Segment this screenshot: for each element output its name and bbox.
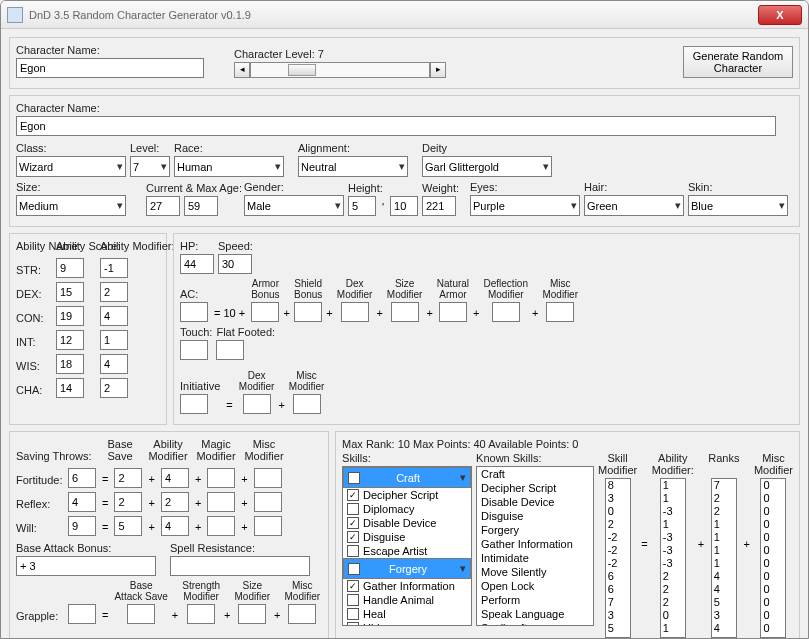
modcol-list[interactable]: 000000000000 (760, 478, 786, 638)
ac-col-input[interactable] (294, 302, 322, 322)
skill-item[interactable]: ✓Craft (343, 467, 471, 488)
grapple-col-input[interactable] (288, 604, 316, 624)
grapple-total[interactable] (68, 604, 96, 624)
save-base[interactable] (114, 468, 142, 488)
touch-input[interactable] (180, 340, 208, 360)
save-magic[interactable] (207, 492, 235, 512)
class-select[interactable]: Wizard (16, 156, 126, 177)
ability-score-input[interactable] (56, 282, 84, 302)
skill-item[interactable]: Escape Artist (343, 544, 471, 558)
known-item[interactable]: Disguise (477, 509, 593, 523)
checkbox-icon[interactable]: ✓ (347, 489, 359, 501)
ac-col-input[interactable] (251, 302, 279, 322)
known-item[interactable]: Disable Device (477, 495, 593, 509)
init-col-input[interactable] (293, 394, 321, 414)
modcol-list[interactable]: 8302-2-2-266735 (605, 478, 631, 638)
ability-score-input[interactable] (56, 354, 84, 374)
checkbox-icon[interactable]: ✓ (348, 472, 360, 484)
hair-select[interactable]: Green (584, 195, 684, 216)
ac-col-input[interactable] (546, 302, 574, 322)
sr-input[interactable] (170, 556, 310, 576)
ac-col-input[interactable] (439, 302, 467, 322)
save-magic[interactable] (207, 468, 235, 488)
known-item[interactable]: Decipher Script (477, 481, 593, 495)
checkbox-icon[interactable]: ✓ (347, 517, 359, 529)
weight-input[interactable] (422, 196, 456, 216)
skill-item[interactable]: ✓Disguise (343, 530, 471, 544)
age-max-input[interactable] (184, 196, 218, 216)
ac-col-input[interactable] (341, 302, 369, 322)
known-listbox[interactable]: CraftDecipher ScriptDisable DeviceDisgui… (476, 466, 594, 626)
known-item[interactable]: Move Silently (477, 565, 593, 579)
grapple-col-input[interactable] (187, 604, 215, 624)
known-item[interactable]: Speak Language (477, 607, 593, 621)
align-select[interactable]: Neutral (298, 156, 408, 177)
checkbox-icon[interactable]: ✓ (348, 563, 360, 575)
level-slider[interactable]: ◂ ▸ (234, 62, 454, 78)
save-ability[interactable] (161, 492, 189, 512)
skill-item[interactable]: Diplomacy (343, 502, 471, 516)
skill-item[interactable]: Handle Animal (343, 593, 471, 607)
save-misc[interactable] (254, 492, 282, 512)
checkbox-icon[interactable] (347, 608, 359, 620)
grapple-col-input[interactable] (238, 604, 266, 624)
save-base[interactable] (114, 516, 142, 536)
ability-mod-input[interactable] (100, 354, 128, 374)
checkbox-icon[interactable]: ✓ (347, 580, 359, 592)
skin-select[interactable]: Blue (688, 195, 788, 216)
skill-item[interactable]: ✓Decipher Script (343, 488, 471, 502)
eyes-select[interactable]: Purple (470, 195, 580, 216)
height-ft-input[interactable] (348, 196, 376, 216)
save-base[interactable] (114, 492, 142, 512)
save-ability[interactable] (161, 468, 189, 488)
slider-right-arrow[interactable]: ▸ (430, 62, 446, 78)
char-name2-input[interactable] (16, 116, 776, 136)
ability-mod-input[interactable] (100, 306, 128, 326)
save-ability[interactable] (161, 516, 189, 536)
race-select[interactable]: Human (174, 156, 284, 177)
save-misc[interactable] (254, 468, 282, 488)
checkbox-icon[interactable] (347, 503, 359, 515)
known-item[interactable]: Gather Information (477, 537, 593, 551)
checkbox-icon[interactable] (347, 545, 359, 557)
ability-mod-input[interactable] (100, 378, 128, 398)
known-item[interactable]: Intimidate (477, 551, 593, 565)
ability-score-input[interactable] (56, 258, 84, 278)
flatfoot-input[interactable] (216, 340, 244, 360)
ability-mod-input[interactable] (100, 330, 128, 350)
save-total[interactable] (68, 468, 96, 488)
ability-score-input[interactable] (56, 330, 84, 350)
skill-item[interactable]: ✓Forgery (343, 558, 471, 579)
save-misc[interactable] (254, 516, 282, 536)
known-item[interactable]: Forgery (477, 523, 593, 537)
checkbox-icon[interactable] (347, 622, 359, 625)
grapple-col-input[interactable] (127, 604, 155, 624)
skills-listbox[interactable]: ✓Craft ✓Decipher Script Diplomacy ✓Disab… (342, 466, 472, 626)
level-select[interactable]: 7 (130, 156, 170, 177)
save-magic[interactable] (207, 516, 235, 536)
skill-item[interactable]: ✓Disable Device (343, 516, 471, 530)
speed-input[interactable] (218, 254, 252, 274)
init-input[interactable] (180, 394, 208, 414)
char-name-input[interactable] (16, 58, 204, 78)
save-total[interactable] (68, 516, 96, 536)
skill-item[interactable]: ✓Gather Information (343, 579, 471, 593)
ac-col-input[interactable] (391, 302, 419, 322)
ability-mod-input[interactable] (100, 258, 128, 278)
ac-col-input[interactable] (492, 302, 520, 322)
known-item[interactable]: Craft (477, 467, 593, 481)
slider-left-arrow[interactable]: ◂ (234, 62, 250, 78)
age-cur-input[interactable] (146, 196, 180, 216)
hp-input[interactable] (180, 254, 214, 274)
save-total[interactable] (68, 492, 96, 512)
init-col-input[interactable] (243, 394, 271, 414)
checkbox-icon[interactable]: ✓ (347, 531, 359, 543)
generate-button[interactable]: Generate Random Character (683, 46, 793, 78)
known-item[interactable]: Open Lock (477, 579, 593, 593)
known-item[interactable]: Spellcraft (477, 621, 593, 625)
ability-score-input[interactable] (56, 306, 84, 326)
size-select[interactable]: Medium (16, 195, 126, 216)
height-in-input[interactable] (390, 196, 418, 216)
ability-mod-input[interactable] (100, 282, 128, 302)
deity-select[interactable]: Garl Glittergold (422, 156, 552, 177)
